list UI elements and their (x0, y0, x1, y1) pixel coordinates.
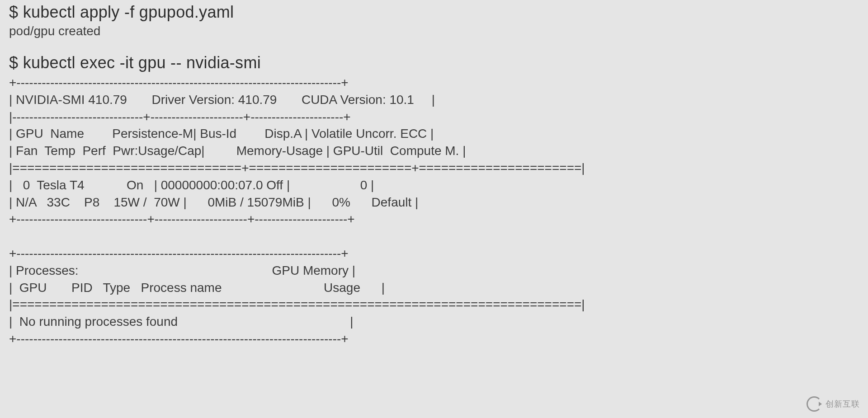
processes-mem-header: GPU Memory (272, 263, 349, 277)
gpu-compute-mode: Default (372, 195, 412, 209)
gpu-bus-id: 00000000:00:07.0 (161, 178, 263, 192)
terminal-output: $ kubectl apply -f gpupod.yaml pod/gpu c… (0, 0, 868, 348)
driver-version: Driver Version: 410.79 (151, 93, 277, 107)
gpu-disp-a: Off (266, 178, 283, 192)
gpu-mem-used: 0MiB (208, 195, 236, 209)
gpu-persistence: On (127, 178, 143, 192)
command-line-2: $ kubectl exec -it gpu -- nvidia-smi (9, 52, 859, 73)
command-text: kubectl apply -f gpupod.yaml (23, 3, 234, 21)
smi-col-headers-1: | GPU Name Persistence-M| Bus-Id Disp.A … (9, 127, 434, 141)
watermark: 创新互联 (807, 396, 860, 412)
gpu-name: Tesla T4 (37, 178, 84, 192)
nvidia-smi-output: +---------------------------------------… (9, 74, 859, 348)
gpu-mem-total: 15079MiB (247, 195, 304, 209)
gpu-perf: P8 (84, 195, 99, 209)
gpu-temp: 33C (47, 195, 70, 209)
prompt-symbol: $ (9, 3, 23, 21)
gpu-fan: N/A (16, 195, 36, 209)
command-line-1: $ kubectl apply -f gpupod.yaml (9, 2, 859, 23)
smi-version: NVIDIA-SMI 410.79 (16, 93, 127, 107)
gpu-ecc: 0 (360, 178, 368, 192)
command-text: kubectl exec -it gpu -- nvidia-smi (23, 53, 261, 72)
smi-border-top: +---------------------------------------… (9, 75, 349, 89)
prompt-symbol: $ (9, 53, 23, 72)
gpu-util: 0% (332, 195, 350, 209)
gpu-pwr-usage: 15W (113, 195, 140, 209)
command-1-response: pod/gpu created (9, 23, 859, 40)
processes-columns: | GPU PID Type Process name Usage | (9, 281, 385, 295)
processes-status: No running processes found (19, 315, 178, 329)
gpu-index: 0 (23, 178, 30, 192)
cuda-version: CUDA Version: 10.1 (302, 93, 414, 107)
smi-col-headers-2: | Fan Temp Perf Pwr:Usage/Cap| Memory-Us… (9, 144, 466, 158)
gpu-pwr-cap: 70W (154, 195, 180, 209)
watermark-text: 创新互联 (826, 399, 860, 409)
processes-title: Processes: (16, 263, 79, 277)
watermark-logo-icon (807, 396, 822, 412)
